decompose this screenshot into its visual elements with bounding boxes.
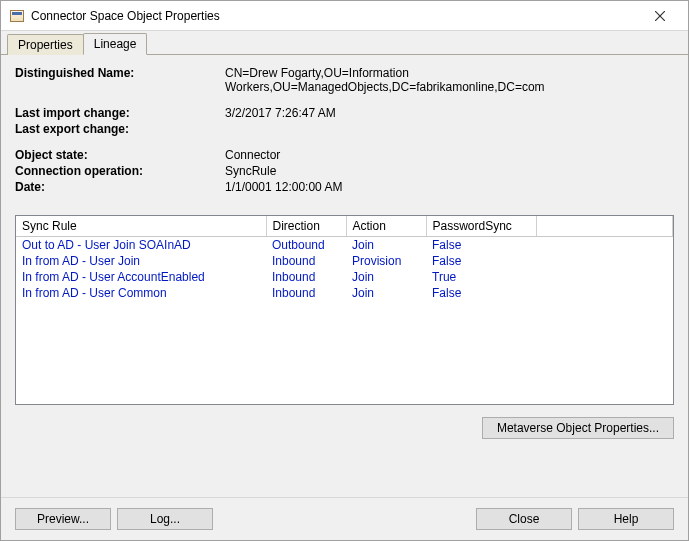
col-action[interactable]: Action: [346, 216, 426, 237]
cell-spacer: [536, 253, 673, 269]
conn-op-label: Connection operation:: [15, 164, 225, 178]
sync-rule-grid[interactable]: Sync Rule Direction Action PasswordSync …: [15, 215, 674, 405]
cell-rule: In from AD - User AccountEnabled: [16, 269, 266, 285]
dn-label: Distinguished Name:: [15, 66, 225, 94]
tab-content: Distinguished Name: CN=Drew Fogarty,OU=I…: [1, 55, 688, 497]
cell-spacer: [536, 285, 673, 301]
preview-button[interactable]: Preview...: [15, 508, 111, 530]
help-button[interactable]: Help: [578, 508, 674, 530]
cell-direction: Inbound: [266, 253, 346, 269]
close-icon[interactable]: [638, 2, 682, 30]
tab-properties[interactable]: Properties: [7, 34, 84, 55]
col-sync-rule[interactable]: Sync Rule: [16, 216, 266, 237]
app-icon: [9, 8, 25, 24]
titlebar[interactable]: Connector Space Object Properties: [1, 1, 688, 31]
close-button[interactable]: Close: [476, 508, 572, 530]
cell-direction: Outbound: [266, 237, 346, 254]
svg-line-1: [655, 11, 665, 21]
dn-value: CN=Drew Fogarty,OU=Information Workers,O…: [225, 66, 674, 94]
table-row[interactable]: In from AD - User JoinInboundProvisionFa…: [16, 253, 673, 269]
cell-rule: In from AD - User Common: [16, 285, 266, 301]
grid-header-row: Sync Rule Direction Action PasswordSync: [16, 216, 673, 237]
dialog-footer: Preview... Log... Close Help: [1, 497, 688, 540]
metaverse-properties-button[interactable]: Metaverse Object Properties...: [482, 417, 674, 439]
table-row[interactable]: In from AD - User CommonInboundJoinFalse: [16, 285, 673, 301]
tabstrip: Properties Lineage: [1, 31, 688, 55]
cell-rule: In from AD - User Join: [16, 253, 266, 269]
svg-line-0: [655, 11, 665, 21]
cell-action: Join: [346, 285, 426, 301]
cell-passwordsync: False: [426, 285, 536, 301]
last-export-value: [225, 122, 674, 136]
cell-passwordsync: False: [426, 253, 536, 269]
col-direction[interactable]: Direction: [266, 216, 346, 237]
last-import-label: Last import change:: [15, 106, 225, 120]
cell-action: Join: [346, 269, 426, 285]
dialog-window: Connector Space Object Properties Proper…: [0, 0, 689, 541]
cell-rule: Out to AD - User Join SOAInAD: [16, 237, 266, 254]
table-row[interactable]: In from AD - User AccountEnabledInboundJ…: [16, 269, 673, 285]
cell-action: Provision: [346, 253, 426, 269]
col-passwordsync[interactable]: PasswordSync: [426, 216, 536, 237]
last-export-label: Last export change:: [15, 122, 225, 136]
cell-passwordsync: True: [426, 269, 536, 285]
table-row[interactable]: Out to AD - User Join SOAInADOutboundJoi…: [16, 237, 673, 254]
last-import-value: 3/2/2017 7:26:47 AM: [225, 106, 674, 120]
cell-spacer: [536, 269, 673, 285]
cell-action: Join: [346, 237, 426, 254]
date-label: Date:: [15, 180, 225, 194]
log-button[interactable]: Log...: [117, 508, 213, 530]
object-state-label: Object state:: [15, 148, 225, 162]
date-value: 1/1/0001 12:00:00 AM: [225, 180, 674, 194]
tab-lineage[interactable]: Lineage: [83, 33, 148, 55]
cell-direction: Inbound: [266, 269, 346, 285]
window-title: Connector Space Object Properties: [31, 9, 638, 23]
col-spacer: [536, 216, 673, 237]
cell-direction: Inbound: [266, 285, 346, 301]
cell-passwordsync: False: [426, 237, 536, 254]
conn-op-value: SyncRule: [225, 164, 674, 178]
cell-spacer: [536, 237, 673, 254]
object-state-value: Connector: [225, 148, 674, 162]
